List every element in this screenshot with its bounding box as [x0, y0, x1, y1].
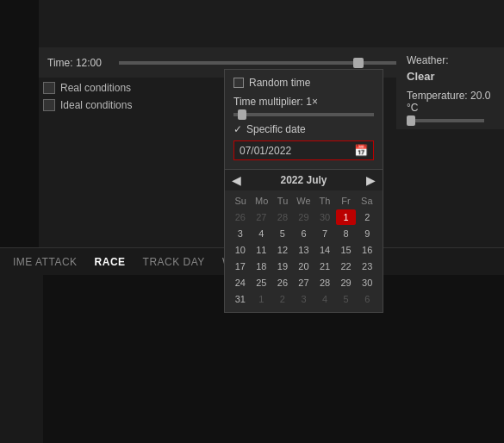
bottom-image: [0, 275, 43, 443]
real-conditions-label: Real conditions: [60, 82, 131, 94]
day-header-we: We: [293, 194, 314, 208]
day-cell-w0d5[interactable]: 1: [336, 209, 357, 225]
day-cell-w2d4[interactable]: 14: [314, 242, 335, 258]
day-header-sa: Sa: [357, 194, 377, 208]
day-cell-w1d5[interactable]: 8: [336, 226, 357, 241]
day-header-mo: Mo: [251, 194, 271, 208]
weather-value: Clear: [407, 70, 494, 83]
day-cell-w5d0[interactable]: 31: [230, 291, 251, 307]
day-cell-w3d4[interactable]: 21: [314, 259, 335, 274]
day-cell-w3d1[interactable]: 18: [252, 259, 272, 274]
day-cell-w4d4[interactable]: 28: [314, 275, 335, 290]
specific-date-label: Specific date: [246, 123, 306, 135]
day-cell-w0d4[interactable]: 30: [314, 209, 335, 225]
day-cell-w5d1[interactable]: 1: [252, 291, 272, 307]
temperature-slider-thumb[interactable]: [407, 115, 415, 126]
ideal-conditions-label: Ideal conditions: [60, 99, 132, 111]
day-cell-w3d0[interactable]: 17: [230, 259, 251, 274]
day-cell-w1d0[interactable]: 3: [230, 226, 251, 241]
temperature-slider[interactable]: [407, 119, 484, 122]
date-input-value[interactable]: 07/01/2022: [240, 145, 351, 157]
day-cell-w4d2[interactable]: 26: [272, 275, 293, 290]
calendar-icon[interactable]: 📅: [354, 144, 368, 157]
day-cell-w2d0[interactable]: 10: [230, 242, 251, 258]
day-cell-w1d3[interactable]: 6: [294, 226, 314, 241]
time-slider-thumb[interactable]: [353, 58, 364, 68]
temperature-label: Temperature: 20.0 °C: [407, 90, 494, 114]
weather-panel: Weather: Clear Temperature: 20.0 °C: [396, 47, 504, 129]
date-input-row[interactable]: 07/01/2022 📅: [233, 140, 374, 160]
day-cell-w2d1[interactable]: 11: [252, 242, 272, 258]
day-cell-w0d1[interactable]: 27: [252, 209, 272, 225]
day-cell-w5d5[interactable]: 5: [336, 291, 357, 307]
day-cell-w0d0[interactable]: 26: [230, 209, 251, 225]
day-header-tu: Tu: [272, 194, 293, 208]
random-time-checkbox[interactable]: [233, 78, 244, 88]
prev-month-button[interactable]: ◀: [232, 173, 241, 187]
multiplier-slider-thumb[interactable]: [238, 109, 246, 120]
day-cell-w3d6[interactable]: 23: [357, 259, 377, 274]
day-cell-w0d2[interactable]: 28: [272, 209, 293, 225]
tab-race[interactable]: RACE: [86, 251, 134, 273]
day-headers: Su Mo Tu We Th Fr Sa: [230, 194, 377, 208]
weather-label: Weather:: [407, 54, 494, 66]
real-conditions-checkbox[interactable]: [43, 82, 55, 94]
ideal-conditions-row[interactable]: Ideal conditions: [43, 99, 132, 111]
day-cell-w2d2[interactable]: 12: [272, 242, 293, 258]
day-cell-w5d3[interactable]: 3: [294, 291, 314, 307]
day-cell-w2d6[interactable]: 16: [357, 242, 377, 258]
day-cell-w5d6[interactable]: 6: [357, 291, 377, 307]
month-year-label: 2022 July: [280, 174, 327, 186]
ideal-conditions-checkbox[interactable]: [43, 99, 55, 111]
day-cell-w3d2[interactable]: 19: [272, 259, 293, 274]
calendar-popup: Random time Time multiplier: 1× ✓ Specif…: [224, 69, 383, 313]
checkmark-icon: ✓: [233, 123, 242, 135]
day-grid: 2627282930123456789101112131415161718192…: [230, 209, 377, 307]
day-cell-w5d4[interactable]: 4: [314, 291, 335, 307]
day-cell-w3d3[interactable]: 20: [294, 259, 314, 274]
day-cell-w4d0[interactable]: 24: [230, 275, 251, 290]
day-cell-w2d5[interactable]: 15: [336, 242, 357, 258]
multiplier-label: Time multiplier: 1×: [233, 96, 374, 108]
day-cell-w1d1[interactable]: 4: [252, 226, 272, 241]
next-month-button[interactable]: ▶: [366, 173, 376, 187]
multiplier-slider[interactable]: [233, 113, 374, 116]
real-conditions-row[interactable]: Real conditions: [43, 82, 132, 94]
day-cell-w0d3[interactable]: 29: [294, 209, 314, 225]
conditions-area: Real conditions Ideal conditions: [43, 82, 132, 111]
random-time-row: Random time: [233, 77, 374, 89]
day-cell-w2d3[interactable]: 13: [294, 242, 314, 258]
day-cell-w4d1[interactable]: 25: [252, 275, 272, 290]
tab-track-day[interactable]: TRACK DAY: [134, 251, 214, 273]
random-time-label: Random time: [249, 77, 310, 89]
day-cell-w1d6[interactable]: 9: [357, 226, 377, 241]
time-label: Time: 12:00: [47, 57, 102, 69]
day-header-su: Su: [230, 194, 251, 208]
calendar-nav: ◀ 2022 July ▶: [225, 169, 383, 190]
specific-date-row: ✓ Specific date: [233, 123, 374, 135]
day-cell-w0d6[interactable]: 2: [357, 209, 377, 225]
day-cell-w4d3[interactable]: 27: [294, 275, 314, 290]
day-cell-w3d5[interactable]: 22: [336, 259, 357, 274]
day-header-th: Th: [314, 194, 335, 208]
popup-top: Random time Time multiplier: 1× ✓ Specif…: [225, 70, 383, 169]
day-cell-w1d4[interactable]: 7: [314, 226, 335, 241]
day-cell-w4d5[interactable]: 29: [336, 275, 357, 290]
day-header-fr: Fr: [335, 194, 356, 208]
tab-time-attack[interactable]: IME ATTACK: [4, 251, 86, 273]
day-cell-w4d6[interactable]: 30: [357, 275, 377, 290]
calendar-grid: Su Mo Tu We Th Fr Sa 2627282930123456789…: [225, 190, 383, 312]
day-cell-w5d2[interactable]: 2: [272, 291, 293, 307]
day-cell-w1d2[interactable]: 5: [272, 226, 293, 241]
